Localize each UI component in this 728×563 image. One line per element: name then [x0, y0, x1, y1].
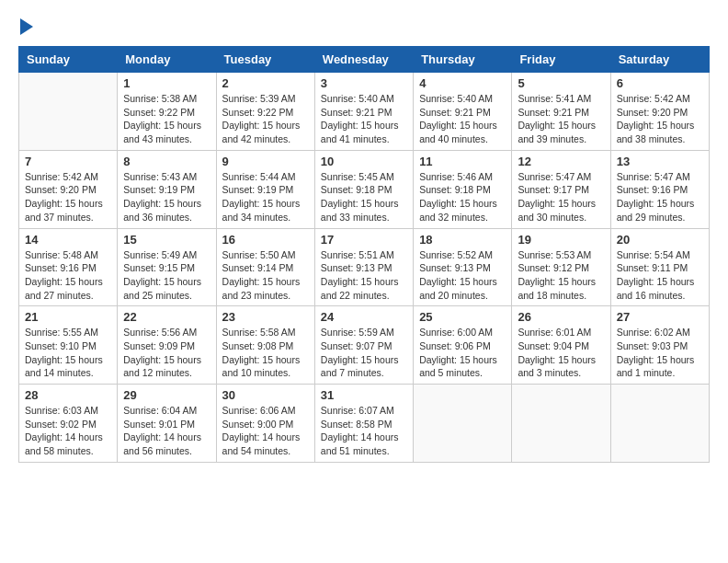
day-info: Sunrise: 5:40 AM Sunset: 9:21 PM Dayligh… [321, 92, 407, 146]
day-info: Sunrise: 5:51 AM Sunset: 9:13 PM Dayligh… [321, 248, 407, 303]
day-info: Sunrise: 6:02 AM Sunset: 9:03 PM Dayligh… [617, 326, 703, 380]
calendar-cell: 29Sunrise: 6:04 AM Sunset: 9:01 PM Dayli… [118, 385, 216, 463]
day-info: Sunrise: 5:40 AM Sunset: 9:21 PM Dayligh… [419, 92, 506, 146]
day-info: Sunrise: 5:58 AM Sunset: 9:08 PM Dayligh… [222, 326, 309, 380]
calendar-cell: 8Sunrise: 5:43 AM Sunset: 9:19 PM Daylig… [118, 150, 216, 228]
day-info: Sunrise: 5:42 AM Sunset: 9:20 PM Dayligh… [25, 170, 111, 224]
column-header-saturday: Saturday [610, 47, 709, 73]
day-info: Sunrise: 5:39 AM Sunset: 9:22 PM Dayligh… [222, 92, 309, 146]
calendar-cell: 27Sunrise: 6:02 AM Sunset: 9:03 PM Dayli… [610, 306, 709, 385]
calendar-week-row: 7Sunrise: 5:42 AM Sunset: 9:20 PM Daylig… [19, 150, 710, 228]
day-info: Sunrise: 5:56 AM Sunset: 9:09 PM Dayligh… [123, 326, 210, 380]
calendar-cell: 2Sunrise: 5:39 AM Sunset: 9:22 PM Daylig… [216, 73, 314, 151]
day-info: Sunrise: 6:06 AM Sunset: 9:00 PM Dayligh… [222, 404, 309, 458]
day-info: Sunrise: 5:49 AM Sunset: 9:15 PM Dayligh… [123, 248, 210, 303]
day-info: Sunrise: 5:44 AM Sunset: 9:19 PM Dayligh… [222, 170, 309, 224]
day-number: 28 [25, 388, 111, 402]
day-number: 3 [321, 76, 407, 90]
day-info: Sunrise: 5:59 AM Sunset: 9:07 PM Dayligh… [321, 326, 407, 380]
day-number: 16 [222, 233, 309, 247]
calendar-cell [512, 385, 610, 463]
calendar-cell: 21Sunrise: 5:55 AM Sunset: 9:10 PM Dayli… [19, 306, 118, 385]
day-number: 25 [419, 310, 506, 324]
calendar-cell: 26Sunrise: 6:01 AM Sunset: 9:04 PM Dayli… [512, 306, 610, 385]
day-info: Sunrise: 5:48 AM Sunset: 9:16 PM Dayligh… [25, 248, 111, 303]
day-number: 21 [25, 310, 111, 324]
page-header [18, 18, 710, 37]
day-number: 5 [518, 76, 604, 90]
logo [18, 18, 33, 37]
day-number: 13 [617, 155, 703, 168]
day-info: Sunrise: 6:00 AM Sunset: 9:06 PM Dayligh… [419, 326, 506, 380]
day-number: 7 [25, 155, 111, 168]
day-number: 29 [123, 388, 210, 402]
calendar-cell: 24Sunrise: 5:59 AM Sunset: 9:07 PM Dayli… [314, 306, 413, 385]
calendar-week-row: 14Sunrise: 5:48 AM Sunset: 9:16 PM Dayli… [19, 228, 710, 306]
day-number: 4 [419, 76, 506, 90]
calendar-cell: 10Sunrise: 5:45 AM Sunset: 9:18 PM Dayli… [314, 150, 413, 228]
calendar-cell: 6Sunrise: 5:42 AM Sunset: 9:20 PM Daylig… [610, 73, 709, 151]
day-number: 10 [321, 155, 407, 168]
day-number: 9 [222, 155, 309, 168]
day-info: Sunrise: 6:04 AM Sunset: 9:01 PM Dayligh… [123, 404, 210, 458]
day-number: 14 [25, 233, 111, 247]
calendar-cell: 4Sunrise: 5:40 AM Sunset: 9:21 PM Daylig… [414, 73, 512, 151]
day-number: 11 [419, 155, 506, 168]
day-number: 19 [518, 233, 604, 247]
calendar-cell: 11Sunrise: 5:46 AM Sunset: 9:18 PM Dayli… [414, 150, 512, 228]
calendar-header-row: SundayMondayTuesdayWednesdayThursdayFrid… [19, 47, 710, 73]
calendar-cell [414, 385, 512, 463]
column-header-friday: Friday [512, 47, 610, 73]
calendar-cell: 12Sunrise: 5:47 AM Sunset: 9:17 PM Dayli… [512, 150, 610, 228]
calendar-week-row: 1Sunrise: 5:38 AM Sunset: 9:22 PM Daylig… [19, 73, 710, 151]
calendar-cell: 25Sunrise: 6:00 AM Sunset: 9:06 PM Dayli… [414, 306, 512, 385]
day-info: Sunrise: 5:47 AM Sunset: 9:17 PM Dayligh… [518, 170, 604, 224]
day-number: 12 [518, 155, 604, 168]
calendar-cell: 15Sunrise: 5:49 AM Sunset: 9:15 PM Dayli… [118, 228, 216, 306]
day-info: Sunrise: 6:07 AM Sunset: 8:58 PM Dayligh… [321, 404, 407, 458]
day-number: 27 [617, 310, 703, 324]
column-header-monday: Monday [118, 47, 216, 73]
calendar-cell: 5Sunrise: 5:41 AM Sunset: 9:21 PM Daylig… [512, 73, 610, 151]
day-number: 24 [321, 310, 407, 324]
calendar-week-row: 28Sunrise: 6:03 AM Sunset: 9:02 PM Dayli… [19, 385, 710, 463]
day-number: 30 [222, 388, 309, 402]
day-info: Sunrise: 5:41 AM Sunset: 9:21 PM Dayligh… [518, 92, 604, 146]
calendar-cell: 16Sunrise: 5:50 AM Sunset: 9:14 PM Dayli… [216, 228, 314, 306]
day-info: Sunrise: 5:46 AM Sunset: 9:18 PM Dayligh… [419, 170, 506, 224]
calendar-table: SundayMondayTuesdayWednesdayThursdayFrid… [18, 46, 710, 463]
calendar-cell: 17Sunrise: 5:51 AM Sunset: 9:13 PM Dayli… [314, 228, 413, 306]
calendar-cell: 28Sunrise: 6:03 AM Sunset: 9:02 PM Dayli… [19, 385, 118, 463]
column-header-thursday: Thursday [414, 47, 512, 73]
day-info: Sunrise: 6:01 AM Sunset: 9:04 PM Dayligh… [518, 326, 604, 380]
day-info: Sunrise: 6:03 AM Sunset: 9:02 PM Dayligh… [25, 404, 111, 458]
day-number: 26 [518, 310, 604, 324]
column-header-sunday: Sunday [19, 47, 118, 73]
calendar-cell: 18Sunrise: 5:52 AM Sunset: 9:13 PM Dayli… [414, 228, 512, 306]
calendar-cell: 14Sunrise: 5:48 AM Sunset: 9:16 PM Dayli… [19, 228, 118, 306]
day-number: 1 [123, 76, 210, 90]
calendar-cell [19, 73, 118, 151]
day-info: Sunrise: 5:47 AM Sunset: 9:16 PM Dayligh… [617, 170, 703, 224]
day-info: Sunrise: 5:38 AM Sunset: 9:22 PM Dayligh… [123, 92, 210, 146]
day-number: 8 [123, 155, 210, 168]
calendar-cell: 23Sunrise: 5:58 AM Sunset: 9:08 PM Dayli… [216, 306, 314, 385]
day-number: 23 [222, 310, 309, 324]
day-number: 15 [123, 233, 210, 247]
day-info: Sunrise: 5:52 AM Sunset: 9:13 PM Dayligh… [419, 248, 506, 303]
calendar-cell: 20Sunrise: 5:54 AM Sunset: 9:11 PM Dayli… [610, 228, 709, 306]
calendar-week-row: 21Sunrise: 5:55 AM Sunset: 9:10 PM Dayli… [19, 306, 710, 385]
day-number: 22 [123, 310, 210, 324]
calendar-cell: 19Sunrise: 5:53 AM Sunset: 9:12 PM Dayli… [512, 228, 610, 306]
day-info: Sunrise: 5:43 AM Sunset: 9:19 PM Dayligh… [123, 170, 210, 224]
column-header-tuesday: Tuesday [216, 47, 314, 73]
day-number: 31 [321, 388, 407, 402]
day-info: Sunrise: 5:45 AM Sunset: 9:18 PM Dayligh… [321, 170, 407, 224]
calendar-cell: 3Sunrise: 5:40 AM Sunset: 9:21 PM Daylig… [314, 73, 413, 151]
calendar-cell: 22Sunrise: 5:56 AM Sunset: 9:09 PM Dayli… [118, 306, 216, 385]
calendar-cell: 7Sunrise: 5:42 AM Sunset: 9:20 PM Daylig… [19, 150, 118, 228]
day-info: Sunrise: 5:55 AM Sunset: 9:10 PM Dayligh… [25, 326, 111, 380]
day-info: Sunrise: 5:50 AM Sunset: 9:14 PM Dayligh… [222, 248, 309, 303]
calendar-cell: 30Sunrise: 6:06 AM Sunset: 9:00 PM Dayli… [216, 385, 314, 463]
day-info: Sunrise: 5:53 AM Sunset: 9:12 PM Dayligh… [518, 248, 604, 303]
